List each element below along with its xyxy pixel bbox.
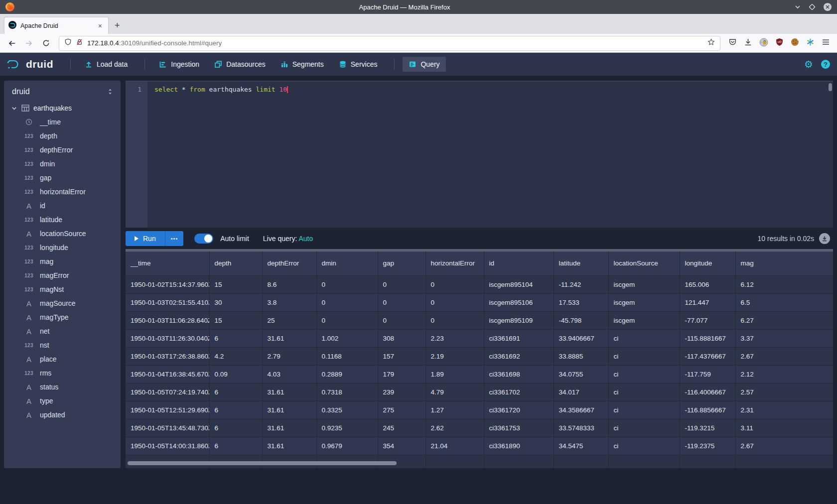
sidebar-column-__time[interactable]: __time <box>4 115 121 129</box>
results-cell[interactable]: 1950-01-05T07:24:19.740Z <box>126 383 209 401</box>
sidebar-column-magNst[interactable]: 123magNst <box>4 282 121 296</box>
sidebar-column-place[interactable]: Aplace <box>4 352 121 366</box>
results-cell[interactable]: -77.077 <box>680 311 735 329</box>
results-cell[interactable]: 2.57 <box>735 383 833 401</box>
sidebar-column-longitude[interactable]: 123longitude <box>4 241 121 254</box>
editor-scrollbar[interactable] <box>829 83 832 91</box>
results-cell[interactable]: ci3361890 <box>484 437 554 455</box>
nav-item-services[interactable]: Services <box>333 57 384 72</box>
results-header-depth[interactable]: depth <box>209 252 262 275</box>
results-cell[interactable]: -117.4376667 <box>680 347 735 365</box>
results-cell[interactable]: 239 <box>378 383 425 401</box>
results-cell[interactable]: 15 <box>209 275 262 293</box>
download-results-icon[interactable] <box>819 233 830 244</box>
menu-hamburger-icon[interactable] <box>822 38 830 48</box>
sidebar-column-dmin[interactable]: 123dmin <box>4 157 121 171</box>
results-cell[interactable]: 34.0755 <box>554 365 608 383</box>
help-icon[interactable]: ? <box>821 60 830 69</box>
results-cell[interactable]: ci <box>608 365 680 383</box>
results-cell[interactable]: 165.006 <box>680 275 735 293</box>
sidebar-column-mag[interactable]: 123mag <box>4 254 121 268</box>
results-cell[interactable]: 6.5 <box>735 293 833 311</box>
sidebar-column-type[interactable]: Atype <box>4 394 121 408</box>
results-cell[interactable]: 0 <box>425 311 484 329</box>
window-close-icon[interactable] <box>823 2 832 11</box>
bookmark-star-icon[interactable] <box>707 38 715 48</box>
results-cell[interactable]: 1.89 <box>425 365 484 383</box>
results-cell[interactable]: 30 <box>209 293 262 311</box>
results-cell[interactable]: iscgem895109 <box>484 311 554 329</box>
results-cell[interactable]: 15 <box>209 311 262 329</box>
results-cell[interactable]: 21.04 <box>425 437 484 455</box>
back-button[interactable] <box>5 36 19 50</box>
results-cell[interactable]: 6 <box>209 401 262 419</box>
results-cell[interactable]: 1950-01-04T16:38:45.670Z <box>126 365 209 383</box>
results-cell[interactable]: 1.002 <box>316 329 378 347</box>
results-cell[interactable]: 6.12 <box>735 275 833 293</box>
results-cell[interactable]: 0.9679 <box>316 437 378 455</box>
results-cell[interactable]: ci <box>608 401 680 419</box>
auto-limit-toggle[interactable] <box>194 234 213 244</box>
results-cell[interactable]: 0 <box>378 311 425 329</box>
new-tab-button[interactable]: + <box>109 20 126 34</box>
results-cell[interactable]: ci3361691 <box>484 329 554 347</box>
results-cell[interactable]: 1950-01-05T12:51:29.690Z <box>126 401 209 419</box>
run-button[interactable]: Run <box>126 231 165 246</box>
results-cell[interactable]: -45.798 <box>554 311 608 329</box>
results-header-locationSource[interactable]: locationSource <box>608 252 680 275</box>
druid-logo[interactable]: druid <box>7 58 53 70</box>
results-cell[interactable]: 2.31 <box>735 401 833 419</box>
sidebar-column-magError[interactable]: 123magError <box>4 268 121 282</box>
results-header-dmin[interactable]: dmin <box>316 252 378 275</box>
results-cell[interactable]: 0.2889 <box>316 365 378 383</box>
editor-code-line[interactable]: select * from earthquakes limit 10 <box>147 82 833 228</box>
results-cell[interactable]: 179 <box>378 365 425 383</box>
sidebar-column-magSource[interactable]: AmagSource <box>4 296 121 310</box>
results-cell[interactable]: 0 <box>316 275 378 293</box>
results-cell[interactable]: 0.3325 <box>316 401 378 419</box>
forward-button[interactable] <box>22 36 36 50</box>
results-cell[interactable]: 0 <box>425 275 484 293</box>
results-cell[interactable]: 33.5748333 <box>554 419 608 437</box>
results-cell[interactable]: 34.3586667 <box>554 401 608 419</box>
sidebar-table-earthquakes[interactable]: earthquakes <box>4 101 121 115</box>
results-header-__time[interactable]: __time <box>126 252 209 275</box>
results-cell[interactable]: 17.533 <box>554 293 608 311</box>
results-header-id[interactable]: id <box>484 252 554 275</box>
sidebar-column-nst[interactable]: 123nst <box>4 338 121 352</box>
results-cell[interactable]: 0 <box>378 293 425 311</box>
results-cell[interactable]: ci <box>608 419 680 437</box>
sidebar-column-updated[interactable]: Aupdated <box>4 408 121 422</box>
sidebar-column-depth[interactable]: 123depth <box>4 129 121 143</box>
ublock-icon[interactable]: uO <box>775 38 784 48</box>
results-cell[interactable]: 1950-01-03T17:26:38.860Z <box>126 347 209 365</box>
results-header-latitude[interactable]: latitude <box>554 252 608 275</box>
results-cell[interactable]: 2.67 <box>735 437 833 455</box>
results-cell[interactable]: 2.12 <box>735 365 833 383</box>
sidebar-column-horizontalError[interactable]: 123horizontalError <box>4 185 121 199</box>
results-cell[interactable]: ci3361698 <box>484 365 554 383</box>
results-cell[interactable]: 0.09 <box>209 365 262 383</box>
run-more-button[interactable]: ••• <box>165 231 184 246</box>
horizontal-scrollbar[interactable] <box>128 461 397 465</box>
results-cell[interactable]: 6 <box>209 329 262 347</box>
results-cell[interactable]: 121.447 <box>680 293 735 311</box>
nav-item-datasources[interactable]: Datasources <box>208 57 272 72</box>
results-cell[interactable]: -119.3215 <box>680 419 735 437</box>
sidebar-column-rms[interactable]: 123rms <box>4 366 121 380</box>
results-cell[interactable]: 0.1168 <box>316 347 378 365</box>
browser-tab[interactable]: Apache Druid × <box>4 17 109 34</box>
nav-item-query[interactable]: Query <box>403 57 445 72</box>
window-maximize-icon[interactable] <box>809 4 815 10</box>
results-cell[interactable]: 1950-01-02T15:14:37.960Z <box>126 275 209 293</box>
results-cell[interactable]: 31.61 <box>262 329 316 347</box>
sidebar-column-depthError[interactable]: 123depthError <box>4 143 121 157</box>
url-bar[interactable]: 172.18.0.4:30109/unified-console.html#qu… <box>59 36 720 51</box>
results-cell[interactable]: 6 <box>209 419 262 437</box>
window-menu-chevron-icon[interactable] <box>794 3 801 10</box>
results-cell[interactable]: 3.8 <box>262 293 316 311</box>
results-cell[interactable]: ci3361753 <box>484 419 554 437</box>
results-cell[interactable]: iscgem <box>608 275 680 293</box>
results-cell[interactable]: 31.61 <box>262 419 316 437</box>
results-cell[interactable]: 1950-01-03T11:26:30.040Z <box>126 329 209 347</box>
